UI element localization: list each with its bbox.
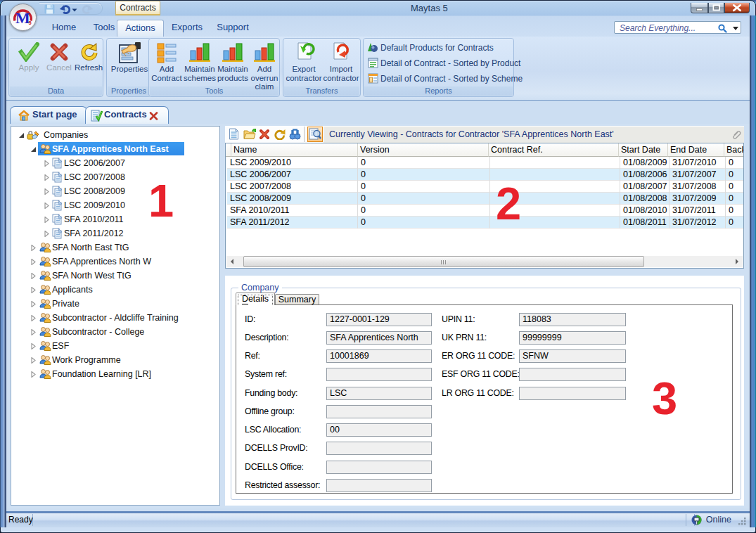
svg-text:5: 5 <box>29 20 32 26</box>
